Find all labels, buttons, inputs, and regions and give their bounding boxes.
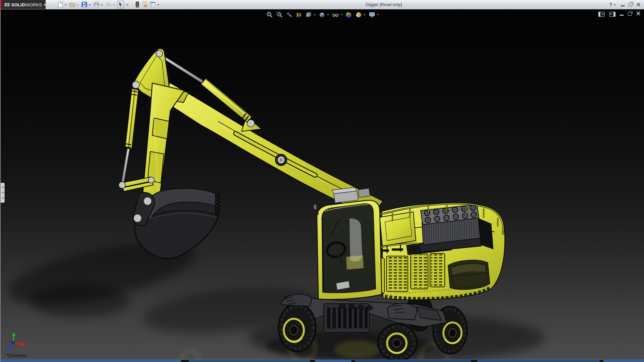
taskbar-edge[interactable] <box>1 360 644 362</box>
view-orientation-dropdown-arrow[interactable] <box>314 14 316 15</box>
doc-restore-button[interactable] <box>628 12 632 16</box>
zoom-to-fit-button[interactable] <box>266 11 273 18</box>
previous-view-icon <box>286 11 292 18</box>
section-view-icon <box>296 11 302 18</box>
open-dropdown-arrow[interactable] <box>77 4 79 6</box>
cab-glass <box>322 204 376 293</box>
new-document-button[interactable] <box>57 1 68 8</box>
doc-minimize-button[interactable] <box>620 12 624 16</box>
print-button[interactable] <box>93 1 104 8</box>
collapse-left-pane-button[interactable] <box>598 12 605 17</box>
bucket-teeth <box>215 193 221 215</box>
file-properties-icon <box>142 1 148 8</box>
close-x-icon <box>636 2 641 7</box>
display-style-icon <box>319 11 325 18</box>
window-title: Digger [Read-only] <box>366 2 402 7</box>
options-button[interactable] <box>149 1 161 8</box>
menu-expand-arrow-icon[interactable] <box>44 3 46 6</box>
cab[interactable] <box>314 187 382 299</box>
bucket-hydraulic-cylinder[interactable] <box>122 88 139 184</box>
print-icon <box>93 1 100 8</box>
main-toolbar <box>56 0 161 9</box>
collapse-right-pane-button[interactable] <box>609 12 615 17</box>
open-button[interactable] <box>69 1 80 8</box>
title-bar: 3SSOLIDWORKS <box>0 0 644 9</box>
print-dropdown-arrow[interactable] <box>101 4 103 6</box>
new-dropdown-arrow[interactable] <box>65 4 67 6</box>
section-view-button[interactable] <box>296 11 302 18</box>
view-orientation-icon <box>305 11 312 18</box>
logo-text: 3SSOLIDWORKS <box>4 2 42 7</box>
bucket[interactable] <box>133 188 221 259</box>
undo-button[interactable] <box>105 1 116 8</box>
solidworks-logo[interactable]: 3SSOLIDWORKS <box>0 0 46 9</box>
view-orientation-label: *Dimetric <box>6 353 27 358</box>
collapse-arrow-icon <box>2 192 3 194</box>
help-dropdown-arrow[interactable] <box>614 4 616 6</box>
zoom-to-area-button[interactable] <box>276 11 283 18</box>
display-style-dropdown-arrow[interactable] <box>327 14 329 15</box>
help-button[interactable]: ? <box>609 2 617 7</box>
headsup-view-toolbar <box>266 11 379 19</box>
rebuild-button[interactable] <box>134 1 141 8</box>
collapse-arrow-icon <box>2 186 3 188</box>
app-restore-button[interactable] <box>629 0 632 9</box>
rebuild-traffic-light-icon <box>134 1 141 8</box>
select-cursor-icon <box>117 1 124 8</box>
logo-accent-stripe <box>0 0 1 9</box>
apex-pin[interactable] <box>156 50 163 57</box>
edit-appearance-button[interactable] <box>345 11 352 18</box>
options-icon <box>150 1 156 8</box>
body-housing[interactable] <box>363 203 505 300</box>
zoom-to-fit-icon <box>266 11 273 18</box>
select-dropdown[interactable] <box>125 3 130 6</box>
save-button[interactable] <box>81 1 92 8</box>
view-settings-dropdown-arrow[interactable] <box>377 14 379 15</box>
3d-model-canvas[interactable] <box>1 9 644 362</box>
feature-tree-collapsed-tab[interactable] <box>1 183 5 203</box>
select-dropdown-arrow[interactable] <box>126 4 128 6</box>
file-properties-button[interactable] <box>142 1 149 8</box>
undo-icon <box>105 1 112 8</box>
options-dropdown-arrow[interactable] <box>157 4 159 6</box>
edit-appearance-icon <box>345 11 352 18</box>
doc-close-x-icon <box>636 11 641 16</box>
collapse-arrow-icon <box>2 197 3 199</box>
hide-show-dropdown-arrow[interactable] <box>340 14 342 15</box>
left-pin[interactable] <box>132 81 140 88</box>
select-button[interactable] <box>117 1 124 8</box>
save-dropdown-arrow[interactable] <box>89 4 91 6</box>
app-close-button[interactable] <box>636 0 641 9</box>
previous-view-button[interactable] <box>286 11 292 18</box>
view-orientation-button[interactable] <box>305 11 316 18</box>
reference-triad <box>8 332 25 350</box>
apply-scene-dropdown-arrow[interactable] <box>364 14 366 15</box>
rear-window <box>448 260 490 289</box>
display-style-button[interactable] <box>319 11 329 18</box>
hide-show-items-button[interactable] <box>332 11 342 18</box>
boom-pin[interactable] <box>275 154 287 166</box>
graphics-viewport[interactable]: *Dimetric <box>0 9 644 362</box>
view-settings-icon <box>369 11 375 18</box>
apply-scene-icon <box>355 11 362 18</box>
view-settings-button[interactable] <box>369 11 379 18</box>
apply-scene-button[interactable] <box>355 11 366 18</box>
save-floppy-icon <box>81 1 88 8</box>
titlebar-window-controls: ? <box>609 0 641 9</box>
hide-show-glasses-icon <box>332 11 339 18</box>
open-folder-icon <box>69 1 75 8</box>
logo-3s-glyph: 3S <box>4 2 10 7</box>
zoom-to-area-icon <box>276 11 283 18</box>
app-minimize-button[interactable] <box>621 0 625 9</box>
document-window-controls <box>598 11 641 17</box>
new-document-icon <box>57 1 63 8</box>
undo-dropdown-arrow[interactable] <box>113 4 115 6</box>
doc-close-button[interactable] <box>636 11 641 17</box>
